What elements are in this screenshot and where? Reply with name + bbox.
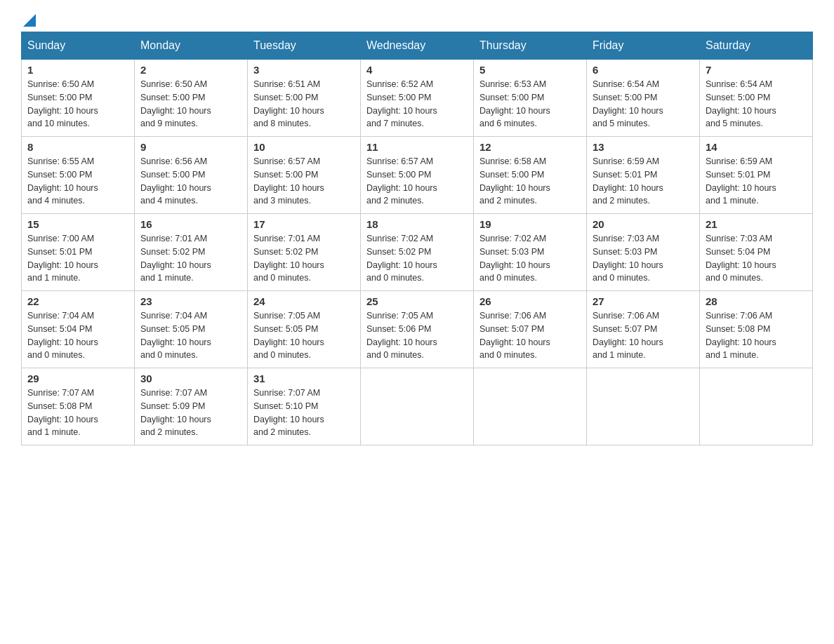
day-number: 7 xyxy=(706,64,807,76)
day-info: Sunrise: 6:50 AM Sunset: 5:00 PM Dayligh… xyxy=(140,78,241,130)
calendar-cell: 16 Sunrise: 7:01 AM Sunset: 5:02 PM Dayl… xyxy=(135,214,248,291)
day-number: 10 xyxy=(253,141,355,153)
day-info: Sunrise: 7:01 AM Sunset: 5:02 PM Dayligh… xyxy=(253,232,355,285)
day-info: Sunrise: 7:03 AM Sunset: 5:03 PM Dayligh… xyxy=(593,232,694,285)
calendar-cell: 10 Sunrise: 6:57 AM Sunset: 5:00 PM Dayl… xyxy=(248,137,361,214)
calendar-week-row: 15 Sunrise: 7:00 AM Sunset: 5:01 PM Dayl… xyxy=(22,214,813,291)
logo-triangle-icon xyxy=(22,13,37,28)
calendar-cell: 20 Sunrise: 7:03 AM Sunset: 5:03 PM Dayl… xyxy=(587,214,700,291)
day-info: Sunrise: 7:02 AM Sunset: 5:03 PM Dayligh… xyxy=(479,232,581,285)
calendar-cell: 29 Sunrise: 7:07 AM Sunset: 5:08 PM Dayl… xyxy=(22,368,135,445)
calendar-header-row: SundayMondayTuesdayWednesdayThursdayFrid… xyxy=(22,32,813,60)
day-number: 8 xyxy=(27,141,128,153)
calendar-cell: 6 Sunrise: 6:54 AM Sunset: 5:00 PM Dayli… xyxy=(587,60,700,137)
day-info: Sunrise: 7:05 AM Sunset: 5:05 PM Dayligh… xyxy=(253,309,355,362)
day-info: Sunrise: 6:57 AM Sunset: 5:00 PM Dayligh… xyxy=(253,155,355,208)
day-of-week-header: Monday xyxy=(135,32,248,60)
day-info: Sunrise: 6:59 AM Sunset: 5:01 PM Dayligh… xyxy=(593,155,694,208)
day-of-week-header: Tuesday xyxy=(248,32,361,60)
day-info: Sunrise: 6:54 AM Sunset: 5:00 PM Dayligh… xyxy=(706,78,807,130)
day-info: Sunrise: 7:00 AM Sunset: 5:01 PM Dayligh… xyxy=(27,232,128,285)
day-number: 18 xyxy=(366,218,468,230)
day-number: 3 xyxy=(253,64,355,76)
calendar-table: SundayMondayTuesdayWednesdayThursdayFrid… xyxy=(21,32,813,445)
day-info: Sunrise: 6:53 AM Sunset: 5:00 PM Dayligh… xyxy=(479,78,581,130)
calendar-cell: 1 Sunrise: 6:50 AM Sunset: 5:00 PM Dayli… xyxy=(22,60,135,137)
calendar-cell: 17 Sunrise: 7:01 AM Sunset: 5:02 PM Dayl… xyxy=(248,214,361,291)
day-number: 31 xyxy=(253,373,355,384)
day-number: 17 xyxy=(253,218,355,230)
calendar-cell: 18 Sunrise: 7:02 AM Sunset: 5:02 PM Dayl… xyxy=(361,214,474,291)
day-number: 20 xyxy=(593,218,694,230)
day-number: 14 xyxy=(706,141,807,153)
day-number: 6 xyxy=(593,64,694,76)
calendar-cell: 28 Sunrise: 7:06 AM Sunset: 5:08 PM Dayl… xyxy=(700,291,813,368)
calendar-cell: 26 Sunrise: 7:06 AM Sunset: 5:07 PM Dayl… xyxy=(474,291,587,368)
calendar-cell: 30 Sunrise: 7:07 AM Sunset: 5:09 PM Dayl… xyxy=(135,368,248,445)
calendar-week-row: 22 Sunrise: 7:04 AM Sunset: 5:04 PM Dayl… xyxy=(22,291,813,368)
calendar-cell xyxy=(587,368,700,445)
day-info: Sunrise: 7:07 AM Sunset: 5:08 PM Dayligh… xyxy=(27,387,128,439)
calendar-week-row: 29 Sunrise: 7:07 AM Sunset: 5:08 PM Dayl… xyxy=(22,368,813,445)
calendar-cell: 2 Sunrise: 6:50 AM Sunset: 5:00 PM Dayli… xyxy=(135,60,248,137)
day-of-week-header: Friday xyxy=(587,32,700,60)
calendar-cell: 4 Sunrise: 6:52 AM Sunset: 5:00 PM Dayli… xyxy=(361,60,474,137)
day-number: 27 xyxy=(593,295,694,307)
day-number: 12 xyxy=(479,141,581,153)
calendar-cell xyxy=(700,368,813,445)
day-info: Sunrise: 6:54 AM Sunset: 5:00 PM Dayligh… xyxy=(593,78,694,130)
day-number: 22 xyxy=(27,295,128,307)
calendar-cell: 31 Sunrise: 7:07 AM Sunset: 5:10 PM Dayl… xyxy=(248,368,361,445)
day-info: Sunrise: 7:03 AM Sunset: 5:04 PM Dayligh… xyxy=(706,232,807,285)
logo xyxy=(21,14,37,25)
day-number: 15 xyxy=(27,218,128,230)
day-number: 9 xyxy=(140,141,241,153)
calendar-cell: 23 Sunrise: 7:04 AM Sunset: 5:05 PM Dayl… xyxy=(135,291,248,368)
day-number: 19 xyxy=(479,218,581,230)
day-of-week-header: Thursday xyxy=(474,32,587,60)
day-number: 5 xyxy=(479,64,581,76)
svg-marker-0 xyxy=(23,14,36,27)
day-info: Sunrise: 7:02 AM Sunset: 5:02 PM Dayligh… xyxy=(366,232,468,285)
calendar-cell: 13 Sunrise: 6:59 AM Sunset: 5:01 PM Dayl… xyxy=(587,137,700,214)
calendar-cell: 3 Sunrise: 6:51 AM Sunset: 5:00 PM Dayli… xyxy=(248,60,361,137)
day-number: 26 xyxy=(479,295,581,307)
day-info: Sunrise: 7:07 AM Sunset: 5:10 PM Dayligh… xyxy=(253,387,355,439)
day-number: 24 xyxy=(253,295,355,307)
day-info: Sunrise: 6:57 AM Sunset: 5:00 PM Dayligh… xyxy=(366,155,468,208)
day-info: Sunrise: 7:01 AM Sunset: 5:02 PM Dayligh… xyxy=(140,232,241,285)
day-number: 28 xyxy=(706,295,807,307)
calendar-cell: 24 Sunrise: 7:05 AM Sunset: 5:05 PM Dayl… xyxy=(248,291,361,368)
day-info: Sunrise: 6:52 AM Sunset: 5:00 PM Dayligh… xyxy=(366,78,468,130)
calendar-week-row: 8 Sunrise: 6:55 AM Sunset: 5:00 PM Dayli… xyxy=(22,137,813,214)
calendar-cell: 22 Sunrise: 7:04 AM Sunset: 5:04 PM Dayl… xyxy=(22,291,135,368)
day-number: 30 xyxy=(140,373,241,384)
day-info: Sunrise: 7:04 AM Sunset: 5:04 PM Dayligh… xyxy=(27,309,128,362)
calendar-cell: 11 Sunrise: 6:57 AM Sunset: 5:00 PM Dayl… xyxy=(361,137,474,214)
page-header xyxy=(21,14,813,25)
day-of-week-header: Sunday xyxy=(22,32,135,60)
day-info: Sunrise: 7:04 AM Sunset: 5:05 PM Dayligh… xyxy=(140,309,241,362)
day-of-week-header: Saturday xyxy=(700,32,813,60)
day-info: Sunrise: 6:58 AM Sunset: 5:00 PM Dayligh… xyxy=(479,155,581,208)
day-info: Sunrise: 6:56 AM Sunset: 5:00 PM Dayligh… xyxy=(140,155,241,208)
calendar-cell: 9 Sunrise: 6:56 AM Sunset: 5:00 PM Dayli… xyxy=(135,137,248,214)
day-of-week-header: Wednesday xyxy=(361,32,474,60)
day-info: Sunrise: 7:06 AM Sunset: 5:07 PM Dayligh… xyxy=(593,309,694,362)
calendar-cell: 27 Sunrise: 7:06 AM Sunset: 5:07 PM Dayl… xyxy=(587,291,700,368)
calendar-cell: 12 Sunrise: 6:58 AM Sunset: 5:00 PM Dayl… xyxy=(474,137,587,214)
calendar-cell: 19 Sunrise: 7:02 AM Sunset: 5:03 PM Dayl… xyxy=(474,214,587,291)
day-info: Sunrise: 6:50 AM Sunset: 5:00 PM Dayligh… xyxy=(27,78,128,130)
day-number: 1 xyxy=(27,64,128,76)
calendar-cell: 7 Sunrise: 6:54 AM Sunset: 5:00 PM Dayli… xyxy=(700,60,813,137)
calendar-cell: 5 Sunrise: 6:53 AM Sunset: 5:00 PM Dayli… xyxy=(474,60,587,137)
calendar-cell xyxy=(361,368,474,445)
calendar-cell: 21 Sunrise: 7:03 AM Sunset: 5:04 PM Dayl… xyxy=(700,214,813,291)
calendar-cell xyxy=(474,368,587,445)
day-info: Sunrise: 7:05 AM Sunset: 5:06 PM Dayligh… xyxy=(366,309,468,362)
day-number: 16 xyxy=(140,218,241,230)
day-number: 29 xyxy=(27,373,128,384)
day-number: 2 xyxy=(140,64,241,76)
calendar-cell: 14 Sunrise: 6:59 AM Sunset: 5:01 PM Dayl… xyxy=(700,137,813,214)
day-info: Sunrise: 7:06 AM Sunset: 5:07 PM Dayligh… xyxy=(479,309,581,362)
